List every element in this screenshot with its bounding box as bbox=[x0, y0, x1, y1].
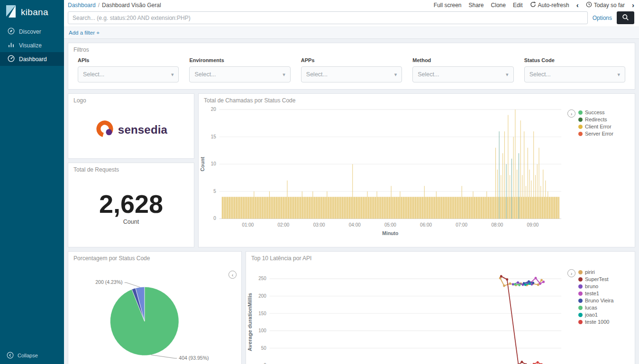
legend-item[interactable]: joao1 bbox=[578, 312, 613, 318]
filter-field-apps: APPs Select... bbox=[301, 57, 402, 82]
kibana-app: kibana Discover bbox=[0, 0, 639, 364]
add-filter-link[interactable]: Add a filter + bbox=[69, 30, 100, 36]
breadcrumb-separator: / bbox=[98, 2, 100, 9]
sidebar-item-visualize[interactable]: Visualize bbox=[0, 38, 64, 52]
top-navbar: Dashboard / Dashboard Visão Geral Full s… bbox=[64, 0, 639, 10]
legend-toggle-button[interactable] bbox=[228, 271, 237, 279]
collapse-nav-button[interactable]: Collapse bbox=[0, 347, 64, 364]
legend-color-dot bbox=[578, 299, 583, 303]
legend-label: lucas bbox=[585, 305, 597, 310]
legend-color-dot bbox=[578, 118, 583, 122]
search-input[interactable] bbox=[68, 11, 588, 24]
legend-item[interactable]: Success bbox=[578, 109, 613, 115]
sidebar-item-dashboard[interactable]: Dashboard bbox=[0, 52, 64, 66]
logo-panel: Logo sensedia bbox=[68, 93, 194, 159]
dashboard-grid: Filtros APIs Select... Environments Sele… bbox=[64, 39, 639, 364]
legend-item[interactable]: Bruno Vieira bbox=[578, 298, 613, 303]
svg-text:02:00: 02:00 bbox=[278, 222, 290, 227]
svg-text:08:00: 08:00 bbox=[491, 222, 503, 227]
panel-title: Filtros bbox=[68, 43, 635, 53]
method-select[interactable]: Select... bbox=[412, 66, 513, 82]
legend-label: Bruno Vieira bbox=[585, 298, 613, 303]
legend-item[interactable]: SuperTest bbox=[578, 276, 613, 282]
filter-fields: APIs Select... Environments Select... AP… bbox=[68, 53, 635, 82]
search-button[interactable] bbox=[617, 11, 634, 24]
svg-text:09:00: 09:00 bbox=[527, 222, 539, 227]
select-value: Select... bbox=[306, 71, 328, 78]
bar-chart-wrap: 0510152001:0002:0003:0004:0005:0006:0007… bbox=[199, 104, 635, 247]
legend-item[interactable]: bruno bbox=[578, 283, 613, 289]
svg-text:150: 150 bbox=[258, 310, 266, 316]
latency-line-chart[interactable]: 05010015020025001:0002:0003:0004:0005:00… bbox=[246, 262, 567, 364]
sidebar-item-label: Discover bbox=[19, 28, 41, 35]
breadcrumb: Dashboard / Dashboard Visão Geral bbox=[68, 2, 161, 9]
kibana-brand[interactable]: kibana bbox=[0, 0, 64, 25]
legend-item[interactable]: Client Error bbox=[578, 124, 613, 129]
legend-item[interactable]: lucas bbox=[578, 305, 613, 310]
legend-item[interactable]: teste 1000 bbox=[578, 319, 613, 325]
options-link[interactable]: Options bbox=[593, 15, 612, 21]
filter-field-method: Method Select... bbox=[412, 57, 513, 82]
auto-refresh-label: Auto-refresh bbox=[538, 2, 569, 9]
legend-item[interactable]: Server Error bbox=[578, 131, 613, 136]
auto-refresh-button[interactable]: Auto-refresh bbox=[530, 1, 569, 9]
select-value: Select... bbox=[418, 71, 439, 78]
status-code-pie-chart[interactable]: 200 (4.23%)404 (93.95%) bbox=[68, 262, 241, 364]
query-bar: Options bbox=[64, 10, 639, 27]
filter-bar: Add a filter + bbox=[64, 27, 639, 39]
svg-text:Minuto: Minuto bbox=[382, 230, 398, 236]
legend-label: Success bbox=[585, 109, 605, 115]
share-button[interactable]: Share bbox=[469, 2, 484, 9]
status-code-bar-chart[interactable]: 0510152001:0002:0003:0004:0005:0006:0007… bbox=[199, 104, 567, 247]
apps-select[interactable]: Select... bbox=[301, 66, 402, 82]
time-forward-chevron-button[interactable] bbox=[632, 1, 634, 9]
apis-select[interactable]: Select... bbox=[78, 66, 179, 82]
legend-label: Redirects bbox=[585, 117, 607, 122]
line-chart-legend: piririSuperTestbrunoteste1Bruno Vieiralu… bbox=[567, 262, 635, 364]
gauge-icon bbox=[8, 55, 15, 64]
legend-item[interactable]: Redirects bbox=[578, 117, 613, 122]
legend-item[interactable]: piriri bbox=[578, 269, 613, 275]
legend-color-dot bbox=[578, 125, 583, 129]
field-label: APPs bbox=[301, 57, 402, 63]
breadcrumb-current: Dashboard Visão Geral bbox=[102, 2, 161, 9]
clock-icon bbox=[586, 1, 592, 9]
breadcrumb-dashboard-link[interactable]: Dashboard bbox=[68, 2, 96, 9]
status-code-select[interactable]: Select... bbox=[524, 66, 625, 82]
legend-item[interactable]: teste1 bbox=[578, 291, 613, 296]
sidebar-item-discover[interactable]: Discover bbox=[0, 25, 64, 38]
dashboard-row-2: Logo sensedia Total de bbox=[68, 93, 635, 247]
legend-toggle-button[interactable] bbox=[567, 109, 575, 118]
topbar-actions: Full screen Share Clone Edit Auto-refres… bbox=[434, 1, 634, 9]
collapse-label: Collapse bbox=[18, 353, 38, 358]
line-chart-wrap: 05010015020025001:0002:0003:0004:0005:00… bbox=[246, 262, 635, 364]
legend-color-dot bbox=[578, 110, 583, 115]
svg-text:250: 250 bbox=[258, 276, 266, 282]
sidebar-nav: Discover Visualize bbox=[0, 25, 64, 66]
legend-label: SuperTest bbox=[585, 276, 609, 282]
svg-text:5: 5 bbox=[213, 189, 216, 194]
svg-text:03:00: 03:00 bbox=[313, 222, 325, 227]
svg-text:Average durationMillis: Average durationMillis bbox=[247, 293, 252, 351]
svg-text:404 (93.95%): 404 (93.95%) bbox=[179, 355, 209, 361]
sensedia-logo-icon bbox=[95, 119, 115, 141]
compass-icon bbox=[8, 27, 15, 36]
filter-field-status-code: Status Code Select... bbox=[524, 57, 625, 82]
svg-text:200: 200 bbox=[258, 293, 266, 299]
sidebar-item-label: Dashboard bbox=[19, 56, 47, 63]
kibana-brand-label: kibana bbox=[21, 7, 48, 18]
metric-label: Count bbox=[123, 218, 139, 225]
clone-button[interactable]: Clone bbox=[491, 2, 506, 9]
environments-select[interactable]: Select... bbox=[189, 66, 290, 82]
time-back-chevron-button[interactable] bbox=[576, 1, 579, 9]
left-column: Logo sensedia Total de bbox=[68, 93, 194, 247]
full-screen-button[interactable]: Full screen bbox=[434, 2, 462, 9]
time-range-picker[interactable]: Today so far bbox=[586, 1, 625, 9]
svg-text:15: 15 bbox=[211, 134, 216, 139]
svg-text:01:00: 01:00 bbox=[242, 222, 254, 227]
svg-text:20: 20 bbox=[211, 107, 216, 112]
edit-button[interactable]: Edit bbox=[513, 2, 523, 9]
legend-color-dot bbox=[578, 132, 583, 136]
field-label: Environments bbox=[189, 57, 290, 63]
legend-toggle-button[interactable] bbox=[567, 269, 575, 277]
